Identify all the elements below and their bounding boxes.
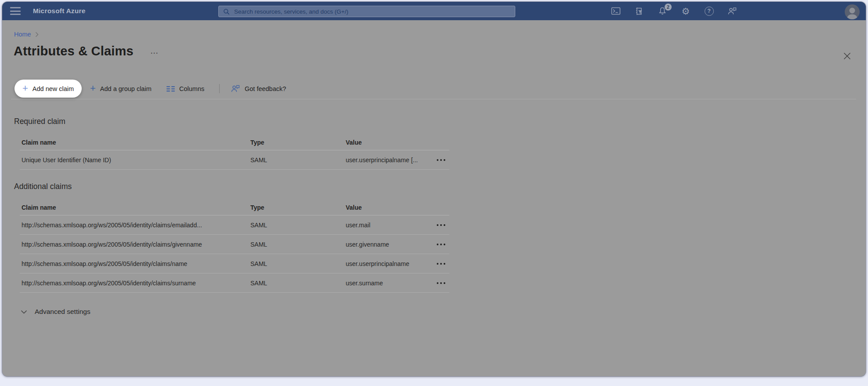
value-cell: user.mail [346, 222, 370, 229]
column-header-claim-name: Claim name [22, 139, 56, 146]
toolbar-divider [219, 84, 220, 93]
more-icon[interactable] [434, 235, 448, 254]
top-bar: Microsoft Azure [2, 2, 866, 20]
page-title-overflow-button[interactable]: ··· [149, 47, 160, 58]
help-icon[interactable]: ? [702, 4, 716, 18]
type-cell: SAML [250, 222, 267, 229]
required-claim-table: Claim name Type Value Unique User Identi… [20, 135, 449, 170]
plus-icon: + [90, 84, 96, 93]
add-group-claim-label: Add a group claim [100, 85, 152, 92]
got-feedback-label: Got feedback? [245, 85, 286, 92]
search-input[interactable] [233, 8, 510, 15]
claim-name-cell: http://schemas.xmlsoap.org/ws/2005/05/id… [22, 241, 202, 248]
feedback-icon[interactable] [725, 4, 739, 18]
advanced-settings-toggle[interactable]: Advanced settings [19, 306, 92, 317]
column-header-value: Value [346, 139, 362, 146]
additional-claims-table: Claim name Type Value http://schemas.xml… [20, 200, 449, 293]
person-icon [845, 6, 860, 19]
table-row[interactable]: http://schemas.xmlsoap.org/ws/2005/05/id… [20, 273, 449, 293]
breadcrumb: Home [14, 31, 39, 38]
global-search-bar[interactable] [218, 6, 515, 17]
brand-title: Microsoft Azure [33, 7, 86, 15]
breadcrumb-home-link[interactable]: Home [14, 31, 31, 38]
type-cell: SAML [250, 241, 267, 248]
table-header-row: Claim name Type Value [20, 135, 449, 150]
table-row[interactable]: Unique User Identifier (Name ID) SAML us… [20, 150, 449, 170]
azure-portal-window: Microsoft Azure [2, 2, 866, 376]
value-cell: user.surname [346, 280, 383, 287]
table-row[interactable]: http://schemas.xmlsoap.org/ws/2005/05/id… [20, 254, 449, 273]
value-cell: user.userprincipalname [... [346, 157, 418, 164]
directories-filter-icon[interactable] [632, 4, 646, 18]
table-row[interactable]: http://schemas.xmlsoap.org/ws/2005/05/id… [20, 215, 449, 235]
add-new-claim-label: Add new claim [33, 85, 74, 92]
required-claim-title: Required claim [14, 117, 65, 126]
page-title: Attributes & Claims [14, 44, 134, 58]
chevron-right-icon [35, 32, 39, 37]
more-icon[interactable] [434, 215, 448, 234]
table-header-row: Claim name Type Value [20, 200, 449, 215]
column-header-value: Value [346, 204, 362, 211]
claim-name-cell: Unique User Identifier (Name ID) [22, 157, 111, 164]
type-cell: SAML [250, 280, 267, 287]
close-icon[interactable] [839, 48, 854, 63]
add-group-claim-button[interactable]: + Add a group claim [88, 80, 153, 98]
additional-claims-title: Additional claims [14, 182, 72, 191]
search-icon [223, 8, 230, 15]
more-icon[interactable] [434, 150, 448, 169]
notification-count-badge: 2 [665, 4, 672, 11]
topbar-icon-group: 2 ⚙ ? [609, 4, 739, 18]
table-row[interactable]: http://schemas.xmlsoap.org/ws/2005/05/id… [20, 235, 449, 254]
settings-gear-icon[interactable]: ⚙ [679, 4, 693, 18]
more-icon[interactable] [434, 273, 448, 292]
more-icon[interactable] [434, 254, 448, 273]
columns-icon [166, 86, 175, 92]
plus-icon: + [22, 84, 28, 93]
hamburger-menu-icon[interactable] [10, 7, 21, 15]
notifications-bell-icon[interactable]: 2 [655, 4, 669, 18]
claim-name-cell: http://schemas.xmlsoap.org/ws/2005/05/id… [22, 260, 187, 267]
add-new-claim-button[interactable]: + Add new claim [14, 80, 82, 98]
toolbar-bottom-rule [11, 99, 856, 99]
column-header-type: Type [250, 139, 264, 146]
column-header-type: Type [250, 204, 264, 211]
got-feedback-button[interactable]: Got feedback? [229, 80, 288, 98]
feedback-icon [231, 84, 240, 93]
value-cell: user.userprincipalname [346, 260, 409, 267]
type-cell: SAML [250, 157, 267, 164]
chevron-down-icon [21, 310, 27, 314]
claim-name-cell: http://schemas.xmlsoap.org/ws/2005/05/id… [22, 280, 196, 287]
cloud-shell-icon[interactable] [609, 4, 623, 18]
columns-button[interactable]: Columns [165, 80, 206, 98]
claim-name-cell: http://schemas.xmlsoap.org/ws/2005/05/id… [22, 222, 202, 229]
user-avatar[interactable] [845, 4, 860, 19]
advanced-settings-label: Advanced settings [35, 308, 90, 316]
columns-label: Columns [179, 85, 204, 92]
type-cell: SAML [250, 260, 267, 267]
column-header-claim-name: Claim name [22, 204, 56, 211]
value-cell: user.givenname [346, 241, 389, 248]
